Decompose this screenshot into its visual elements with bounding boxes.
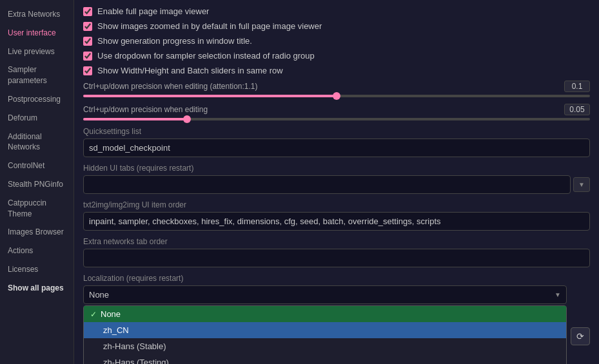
txt2img-order-input[interactable] (83, 212, 590, 231)
localization-dropdown-list: ✓ None zh_CN zh-Hans (Stable) zh-Hans (T… (83, 305, 567, 364)
dropdown-item-zh-Hans-Stable[interactable]: zh-Hans (Stable) (84, 338, 566, 354)
sidebar-item-licenses[interactable]: Licenses (0, 260, 74, 279)
slider2-value[interactable]: 0.05 (564, 104, 590, 115)
sidebar-item-additional-networks[interactable]: Additional Networks (0, 128, 74, 157)
slider2-label: Ctrl+up/down precision when editing 0.05 (83, 104, 590, 115)
localization-dropdown[interactable]: None ▼ (83, 285, 567, 304)
slider2-input[interactable] (83, 118, 590, 120)
sidebar-item-extra-networks[interactable]: Extra Networks (0, 5, 74, 24)
main-content: Enable full page image viewerShow images… (74, 0, 599, 364)
setting-row-use-dropdown-sampler: Use dropdown for sampler selection inste… (83, 51, 590, 61)
sidebar-item-user-interface[interactable]: User interface (0, 24, 74, 43)
quicksettings-input[interactable] (83, 139, 590, 157)
sidebar-item-images-browser[interactable]: Images Browser (0, 223, 74, 242)
sidebar-item-stealth-pnginfo[interactable]: Stealth PNGinfo (0, 175, 74, 194)
localization-dropdown-wrapper: None ▼ ✓ None zh_CN zh-Hans (Stable) zh-… (83, 285, 567, 364)
slider1-label-text: Ctrl+up/down precision when editing (att… (83, 82, 258, 91)
slider2-label-text: Ctrl+up/down precision when editing (83, 105, 208, 114)
slider1-container (83, 95, 590, 97)
checkbox-use-dropdown-sampler[interactable] (83, 52, 92, 61)
dropdown-item-zh_CN[interactable]: zh_CN (84, 322, 566, 338)
localization-row: None ▼ ✓ None zh_CN zh-Hans (Stable) zh-… (83, 285, 590, 364)
localization-label: Localization (requires restart) (83, 274, 590, 283)
sidebar-item-show-all-pages[interactable]: Show all pages (0, 279, 74, 298)
checkbox-show-generation-progress[interactable] (83, 37, 92, 46)
sidebar-item-deforum[interactable]: Deforum (0, 109, 74, 128)
sidebar-item-postprocessing[interactable]: Postprocessing (0, 90, 74, 109)
sidebar-item-live-previews[interactable]: Live previews (0, 43, 74, 61)
sidebar-item-sampler-parameters[interactable]: Sampler parameters (0, 61, 74, 90)
extra-networks-tab-label: Extra networks tab order (83, 237, 590, 246)
label-show-generation-progress: Show generation progress in window title… (97, 36, 252, 46)
slider1-label: Ctrl+up/down precision when editing (att… (83, 81, 590, 92)
slider-section-1: Ctrl+up/down precision when editing (att… (83, 81, 590, 97)
localization-group: Localization (requires restart) None ▼ ✓… (83, 274, 590, 364)
hidden-ui-tabs-input[interactable] (83, 175, 571, 194)
label-show-images-zoomed: Show images zoomed in by default in full… (97, 21, 322, 31)
sidebar: Extra NetworksUser interfaceLive preview… (0, 0, 74, 364)
extra-networks-tab-input[interactable] (83, 249, 590, 267)
checkbox-show-width-height[interactable] (83, 66, 92, 75)
dropdown-item-zh-Hans-Testing[interactable]: zh-Hans (Testing) (84, 354, 566, 364)
txt2img-order-group: txt2img/img2img UI item order (83, 200, 590, 231)
label-use-dropdown-sampler: Use dropdown for sampler selection inste… (97, 51, 315, 61)
localization-reload-button[interactable]: ⟳ (571, 327, 590, 345)
dropdown-item-none[interactable]: ✓ None (84, 306, 566, 322)
setting-row-show-generation-progress: Show generation progress in window title… (83, 36, 590, 46)
sidebar-item-catppuccin-theme[interactable]: Catppuccin Theme (0, 194, 74, 224)
setting-row-show-images-zoomed: Show images zoomed in by default in full… (83, 21, 590, 31)
quicksettings-group: Quicksettings list (83, 127, 590, 157)
label-show-width-height: Show Width/Height and Batch sliders in s… (97, 66, 283, 75)
checkmark-none: ✓ (90, 310, 97, 319)
localization-dropdown-arrow: ▼ (555, 291, 561, 298)
label-enable-full-page: Enable full page image viewer (97, 6, 209, 16)
extra-networks-tab-group: Extra networks tab order (83, 237, 590, 267)
sidebar-item-controlnet[interactable]: ControlNet (0, 157, 74, 175)
hidden-ui-tabs-label: Hidden UI tabs (requires restart) (83, 164, 590, 173)
sidebar-item-actions[interactable]: Actions (0, 242, 74, 260)
quicksettings-label: Quicksettings list (83, 127, 590, 136)
checkbox-show-images-zoomed[interactable] (83, 22, 92, 31)
slider2-container (83, 118, 590, 120)
txt2img-order-label: txt2img/img2img UI item order (83, 200, 590, 209)
setting-row-enable-full-page: Enable full page image viewer (83, 6, 590, 16)
slider1-input[interactable] (83, 95, 590, 97)
setting-row-show-width-height: Show Width/Height and Batch sliders in s… (83, 66, 590, 75)
localization-current-value: None (89, 290, 109, 300)
hidden-ui-tabs-group: Hidden UI tabs (requires restart) ▼ (83, 164, 590, 194)
hidden-ui-tabs-arrow[interactable]: ▼ (573, 177, 590, 192)
slider-section-2: Ctrl+up/down precision when editing 0.05 (83, 104, 590, 120)
checkbox-enable-full-page[interactable] (83, 7, 92, 16)
slider1-value[interactable]: 0.1 (564, 81, 590, 92)
